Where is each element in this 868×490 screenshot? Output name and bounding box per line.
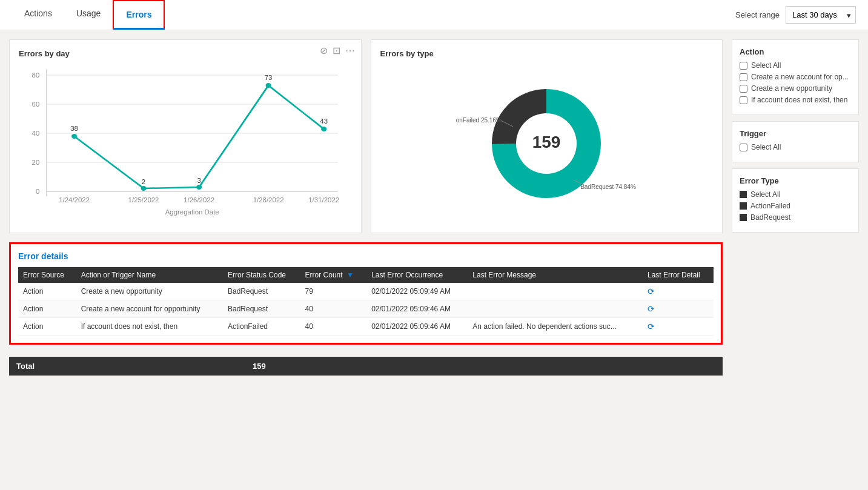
- table-row: Action Create a new opportunity BadReque…: [18, 283, 714, 300]
- svg-point-16: [321, 127, 326, 131]
- svg-text:43: 43: [320, 118, 328, 125]
- error-table: Error Source Action or Trigger Name Erro…: [18, 267, 714, 336]
- error-type-color-box: [740, 214, 747, 221]
- table-row: Action Create a new account for opportun…: [18, 300, 714, 318]
- range-dropdown-wrapper: Last 30 days Last 7 days Last 90 days: [786, 6, 856, 24]
- svg-text:159: 159: [532, 133, 561, 151]
- svg-text:ActionFailed 25.16%: ActionFailed 25.16%: [456, 117, 502, 124]
- action-checkbox[interactable]: [740, 62, 747, 70]
- error-type-checkbox-item: Select All: [740, 190, 851, 199]
- action-checkbox-item: Create a new account for op...: [740, 73, 851, 81]
- col-status-code[interactable]: Error Status Code: [223, 267, 300, 283]
- col-last-occurrence[interactable]: Last Error Occurrence: [366, 267, 468, 283]
- action-checkbox-item: Create a new opportunity: [740, 84, 851, 93]
- more-icon[interactable]: ⋯: [345, 45, 355, 56]
- cell-last-detail: ⟳: [643, 300, 714, 318]
- tab-errors[interactable]: Errors: [113, 0, 165, 30]
- filter-icon[interactable]: ⊘: [320, 45, 328, 56]
- col-error-source[interactable]: Error Source: [18, 267, 76, 283]
- svg-text:1/24/2022: 1/24/2022: [59, 197, 90, 204]
- error-type-color-box: [740, 191, 747, 198]
- action-checkbox-label: Create a new opportunity: [751, 84, 832, 93]
- donut-container: 159 ActionFailed 25.16% BadRequest 74.84…: [380, 63, 714, 223]
- donut-chart-title: Errors by type: [380, 49, 714, 58]
- error-table-body: Action Create a new opportunity BadReque…: [18, 283, 714, 336]
- cell-action-trigger: Create a new account for opportunity: [76, 300, 223, 318]
- error-type-section-title: Error Type: [740, 176, 851, 185]
- cell-action-trigger: Create a new opportunity: [76, 283, 223, 300]
- cell-last-message: [468, 300, 643, 318]
- trigger-checkbox-label: Select All: [751, 143, 781, 151]
- cell-status-code: BadRequest: [223, 283, 300, 300]
- top-navigation: Actions Usage Errors Select range Last 3…: [0, 0, 868, 30]
- col-last-message[interactable]: Last Error Message: [468, 267, 643, 283]
- svg-text:20: 20: [32, 159, 40, 166]
- col-error-count[interactable]: Error Count ▼: [300, 267, 367, 283]
- donut-chart-svg: 159 ActionFailed 25.16% BadRequest 74.84…: [456, 65, 637, 222]
- error-details-card: Error details Error Source Action or Tri…: [9, 242, 723, 345]
- svg-text:60: 60: [32, 101, 40, 108]
- line-chart-card: ⊘ ⊡ ⋯ Errors by day 80 60: [9, 39, 362, 233]
- action-checkboxes: Select AllCreate a new account for op...…: [740, 61, 851, 104]
- cell-last-message: An action failed. No dependent actions s…: [468, 318, 643, 336]
- error-type-label: BadRequest: [750, 213, 790, 222]
- detail-link-icon[interactable]: ⟳: [648, 322, 655, 331]
- svg-text:73: 73: [265, 74, 273, 81]
- range-dropdown[interactable]: Last 30 days Last 7 days Last 90 days: [786, 6, 856, 24]
- total-bar: Total 159: [9, 357, 723, 376]
- svg-point-13: [141, 186, 146, 191]
- chart-row: ⊘ ⊡ ⋯ Errors by day 80 60: [9, 39, 723, 233]
- action-checkbox[interactable]: [740, 73, 747, 81]
- col-last-detail[interactable]: Last Error Detail: [643, 267, 714, 283]
- error-type-label: Select All: [750, 190, 780, 199]
- svg-point-15: [266, 83, 271, 88]
- svg-text:40: 40: [32, 130, 40, 137]
- sort-icon: ▼: [346, 271, 354, 279]
- cell-last-occurrence: 02/01/2022 05:09:46 AM: [366, 318, 468, 336]
- right-sidebar: Action Select AllCreate a new account fo…: [732, 39, 859, 376]
- action-checkbox[interactable]: [740, 85, 747, 93]
- svg-text:BadRequest 74.84%: BadRequest 74.84%: [580, 184, 636, 190]
- detail-link-icon[interactable]: ⟳: [648, 286, 655, 296]
- cell-action-trigger: If account does not exist, then: [76, 318, 223, 336]
- action-filter-card: Action Select AllCreate a new account fo…: [732, 39, 859, 115]
- line-chart-svg: 80 60 40 20 0: [19, 63, 352, 220]
- line-chart-title: Errors by day: [19, 49, 352, 58]
- detail-link-icon[interactable]: ⟳: [648, 304, 655, 314]
- table-row: Action If account does not exist, then A…: [18, 318, 714, 336]
- action-checkbox-label: Select All: [751, 61, 781, 70]
- svg-text:1/26/2022: 1/26/2022: [184, 197, 214, 204]
- trigger-checkbox[interactable]: [740, 144, 747, 151]
- tab-actions[interactable]: Actions: [12, 0, 64, 30]
- cell-status-code: BadRequest: [223, 300, 300, 318]
- action-checkbox-item: If account does not exist, then: [740, 96, 851, 104]
- cell-last-detail: ⟳: [643, 283, 714, 300]
- cell-error-count: 79: [300, 283, 367, 300]
- svg-text:3: 3: [197, 177, 200, 184]
- donut-chart-card: Errors by type: [371, 39, 723, 233]
- svg-text:38: 38: [70, 125, 78, 132]
- svg-text:1/25/2022: 1/25/2022: [128, 197, 159, 204]
- svg-text:1/28/2022: 1/28/2022: [253, 197, 284, 204]
- error-type-checkbox-item: ActionFailed: [740, 202, 851, 210]
- trigger-checkboxes: Select All: [740, 143, 851, 151]
- charts-area: ⊘ ⊡ ⋯ Errors by day 80 60: [9, 39, 723, 376]
- main-content: ⊘ ⊡ ⋯ Errors by day 80 60: [0, 30, 868, 385]
- expand-icon[interactable]: ⊡: [333, 45, 340, 56]
- error-type-filter-card: Error Type Select AllActionFailedBadRequ…: [732, 168, 859, 233]
- svg-text:80: 80: [32, 72, 40, 79]
- col-action-trigger[interactable]: Action or Trigger Name: [76, 267, 223, 283]
- error-type-checkboxes: Select AllActionFailedBadRequest: [740, 190, 851, 222]
- trigger-checkbox-item: Select All: [740, 143, 851, 151]
- action-checkbox-item: Select All: [740, 61, 851, 70]
- tab-usage[interactable]: Usage: [64, 0, 113, 30]
- cell-last-occurrence: 02/01/2022 05:09:49 AM: [366, 283, 468, 300]
- cell-error-source: Action: [18, 283, 76, 300]
- trigger-section-title: Trigger: [740, 129, 851, 138]
- action-checkbox[interactable]: [740, 96, 747, 104]
- action-checkbox-label: If account does not exist, then: [751, 96, 847, 104]
- cell-last-message: [468, 283, 643, 300]
- svg-point-12: [71, 134, 77, 139]
- svg-text:1/31/2022: 1/31/2022: [308, 197, 339, 204]
- cell-status-code: ActionFailed: [223, 318, 300, 336]
